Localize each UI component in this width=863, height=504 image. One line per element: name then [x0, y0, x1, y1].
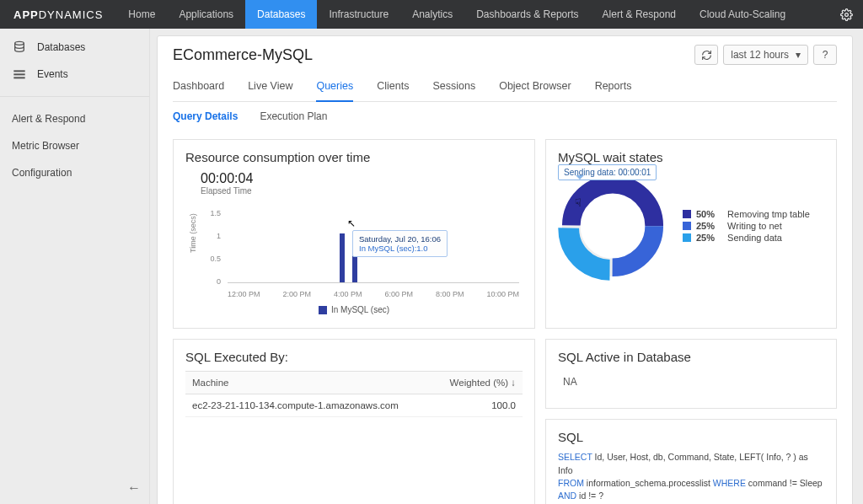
events-icon: [12, 68, 27, 80]
tabs: Dashboard Live View Queries Clients Sess…: [173, 75, 837, 102]
time-range-label: last 12 hours: [731, 49, 789, 61]
chart-y-axis-label: Time (secs): [189, 213, 197, 253]
sidebar-item-configuration[interactable]: Configuration: [0, 159, 149, 186]
chart-x-ticks: 12:00 PM 2:00 PM 4:00 PM 6:00 PM 8:00 PM…: [228, 290, 519, 298]
hand-cursor-icon: ☟: [575, 196, 582, 209]
svg-rect-3: [13, 73, 24, 75]
sidebar: Databases Events Alert & Respond Metric …: [0, 29, 150, 504]
tab-sessions[interactable]: Sessions: [432, 75, 475, 101]
page-title: ECommerce-MySQL: [173, 46, 313, 64]
table-row[interactable]: ec2-23-21-110-134.compute-1.amazonaws.co…: [185, 394, 523, 417]
subtabs: Query Details Execution Plan: [173, 102, 837, 129]
panel-title: SQL: [558, 430, 824, 444]
collapse-sidebar-icon[interactable]: ←: [127, 480, 141, 496]
cell-weighted: 100.0: [433, 394, 523, 417]
panel-title: Resource consumption over time: [185, 150, 523, 164]
nav-alert-respond[interactable]: Alert & Respond: [591, 0, 688, 29]
chart-y-ticks: 1.5 1 0.5 0: [206, 209, 221, 286]
sidebar-item-label: Databases: [37, 41, 85, 53]
panel-title: MySQL wait states: [558, 150, 824, 164]
main-content: ECommerce-MySQL last 12 hours ▾ ? Dashbo…: [150, 29, 863, 504]
subtab-query-details[interactable]: Query Details: [173, 110, 238, 129]
chart-bar[interactable]: [340, 233, 345, 282]
col-machine[interactable]: Machine: [185, 372, 433, 394]
donut-tooltip: Sending data: 00:00:01: [558, 164, 657, 180]
panel-wait-states: MySQL wait states Sending data: 00:00:01: [545, 139, 837, 329]
database-icon: [12, 40, 27, 54]
chevron-down-icon: ▾: [796, 49, 801, 61]
sql-text: SELECT Id, User, Host, db, Command, Stat…: [558, 451, 824, 502]
resource-chart[interactable]: Time (secs) 1.5 1 0.5 0: [192, 201, 523, 302]
nav-home[interactable]: Home: [116, 0, 167, 29]
tab-reports[interactable]: Reports: [595, 75, 632, 101]
subtab-execution-plan[interactable]: Execution Plan: [260, 110, 327, 129]
logo: APPDYNAMICS: [0, 0, 116, 29]
chart-tooltip: Saturday, Jul 20, 16:06 In MySQL (sec):1…: [352, 230, 448, 257]
elapsed-time-label: Elapsed Time: [201, 186, 523, 196]
tab-dashboard[interactable]: Dashboard: [173, 75, 224, 101]
top-nav: APPDYNAMICS Home Applications Databases …: [0, 0, 863, 29]
svg-point-0: [845, 13, 849, 16]
settings-gear-icon[interactable]: [830, 0, 863, 29]
panel-sql-executed-by: SQL Executed By: Machine Weighted (%) ↓ …: [173, 339, 535, 504]
panel-title: SQL Executed By:: [185, 350, 523, 364]
sidebar-item-label: Events: [37, 68, 68, 80]
panel-title: SQL Active in Database: [558, 350, 824, 364]
refresh-button[interactable]: [694, 45, 718, 65]
sidebar-item-databases[interactable]: Databases: [0, 34, 149, 61]
sql-active-value: NA: [558, 371, 824, 394]
svg-point-1: [15, 41, 24, 45]
cell-machine: ec2-23-21-110-134.compute-1.amazonaws.co…: [185, 394, 433, 417]
svg-rect-4: [13, 77, 24, 78]
executed-by-table: Machine Weighted (%) ↓ ec2-23-21-110-134…: [185, 371, 523, 459]
help-button[interactable]: ?: [813, 45, 837, 65]
nav-infrastructure[interactable]: Infrastructure: [317, 0, 400, 29]
chart-legend: In MySQL (sec): [185, 305, 523, 314]
time-range-selector[interactable]: last 12 hours ▾: [723, 45, 808, 65]
col-weighted[interactable]: Weighted (%) ↓: [433, 372, 523, 394]
panel-sql-active: SQL Active in Database NA: [545, 339, 837, 409]
sidebar-item-alert-respond[interactable]: Alert & Respond: [0, 105, 149, 132]
elapsed-time-value: 00:00:04: [201, 171, 523, 186]
donut-legend: 50% Removing tmp table 25% Writing to ne…: [683, 207, 810, 244]
donut-chart[interactable]: Sending data: 00:00:01: [558, 171, 667, 281]
tab-queries[interactable]: Queries: [316, 75, 353, 102]
sidebar-item-events[interactable]: Events: [0, 61, 149, 88]
svg-rect-2: [13, 70, 24, 72]
nav-cloud-autoscaling[interactable]: Cloud Auto-Scaling: [688, 0, 797, 29]
tab-clients[interactable]: Clients: [377, 75, 409, 101]
sidebar-item-metric-browser[interactable]: Metric Browser: [0, 132, 149, 159]
nav-databases[interactable]: Databases: [245, 0, 317, 29]
nav-applications[interactable]: Applications: [167, 0, 245, 29]
panel-sql: SQL SELECT Id, User, Host, db, Command, …: [545, 419, 837, 504]
nav-analytics[interactable]: Analytics: [400, 0, 464, 29]
panel-resource-consumption: Resource consumption over time 00:00:04 …: [173, 139, 535, 329]
tab-object-browser[interactable]: Object Browser: [499, 75, 571, 101]
nav-dashboards[interactable]: Dashboards & Reports: [464, 0, 590, 29]
tab-live-view[interactable]: Live View: [248, 75, 292, 101]
